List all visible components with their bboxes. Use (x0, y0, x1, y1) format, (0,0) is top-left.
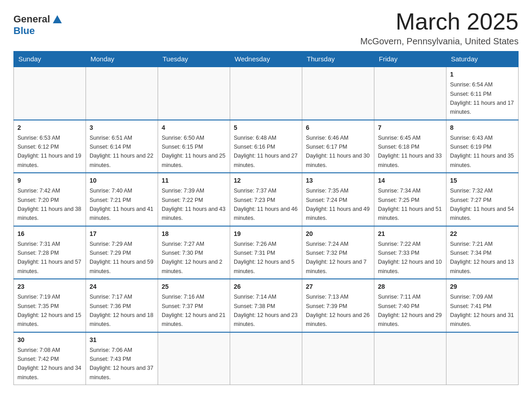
day-number: 14 (378, 176, 442, 185)
calendar-cell: 2Sunrise: 6:53 AM Sunset: 6:12 PM Daylig… (14, 120, 86, 173)
day-number: 8 (450, 123, 515, 133)
calendar-cell (86, 67, 158, 120)
day-info: Sunrise: 6:54 AM Sunset: 6:11 PM Dayligh… (450, 81, 514, 115)
logo-blue-text: Blue (13, 25, 35, 37)
day-info: Sunrise: 7:22 AM Sunset: 7:33 PM Dayligh… (378, 241, 442, 274)
calendar-header-friday: Friday (374, 51, 446, 67)
calendar-cell: 9Sunrise: 7:42 AM Sunset: 7:20 PM Daylig… (14, 173, 86, 226)
calendar-week-row: 23Sunrise: 7:19 AM Sunset: 7:35 PM Dayli… (14, 279, 519, 332)
day-number: 10 (90, 176, 154, 185)
calendar-cell: 24Sunrise: 7:17 AM Sunset: 7:36 PM Dayli… (86, 279, 158, 332)
day-number: 7 (378, 123, 442, 133)
day-info: Sunrise: 6:46 AM Sunset: 6:17 PM Dayligh… (306, 135, 369, 168)
calendar-cell: 20Sunrise: 7:24 AM Sunset: 7:32 PM Dayli… (302, 226, 374, 279)
day-number: 22 (450, 229, 515, 239)
calendar-cell: 11Sunrise: 7:39 AM Sunset: 7:22 PM Dayli… (158, 173, 230, 226)
calendar-cell: 6Sunrise: 6:46 AM Sunset: 6:17 PM Daylig… (302, 120, 374, 173)
day-info: Sunrise: 7:17 AM Sunset: 7:36 PM Dayligh… (90, 294, 153, 327)
calendar-cell (158, 332, 230, 385)
day-number: 11 (162, 176, 226, 185)
day-number: 4 (162, 123, 226, 133)
calendar-cell: 22Sunrise: 7:21 AM Sunset: 7:34 PM Dayli… (446, 226, 519, 279)
page-header: General Blue March 2025 McGovern, Pennsy… (13, 9, 519, 47)
calendar-header-monday: Monday (86, 51, 158, 67)
calendar-cell: 10Sunrise: 7:40 AM Sunset: 7:21 PM Dayli… (86, 173, 158, 226)
day-info: Sunrise: 7:09 AM Sunset: 7:41 PM Dayligh… (450, 294, 514, 327)
day-info: Sunrise: 6:45 AM Sunset: 6:18 PM Dayligh… (378, 135, 442, 168)
day-number: 19 (234, 229, 298, 239)
logo-general-text: General (13, 13, 62, 25)
day-number: 24 (90, 282, 154, 291)
title-block: March 2025 McGovern, Pennsylvania, Unite… (360, 9, 519, 47)
calendar-cell: 18Sunrise: 7:27 AM Sunset: 7:30 PM Dayli… (158, 226, 230, 279)
day-number: 26 (234, 282, 298, 291)
day-number: 27 (306, 282, 370, 291)
day-info: Sunrise: 7:32 AM Sunset: 7:27 PM Dayligh… (450, 188, 514, 221)
day-info: Sunrise: 6:43 AM Sunset: 6:19 PM Dayligh… (450, 135, 514, 168)
calendar-cell (230, 67, 302, 120)
day-info: Sunrise: 6:50 AM Sunset: 6:15 PM Dayligh… (162, 135, 225, 168)
calendar-cell: 28Sunrise: 7:11 AM Sunset: 7:40 PM Dayli… (374, 279, 446, 332)
day-number: 1 (450, 70, 515, 79)
day-info: Sunrise: 7:26 AM Sunset: 7:31 PM Dayligh… (234, 241, 295, 274)
calendar-cell: 5Sunrise: 6:48 AM Sunset: 6:16 PM Daylig… (230, 120, 302, 173)
day-info: Sunrise: 7:16 AM Sunset: 7:37 PM Dayligh… (162, 294, 225, 327)
day-info: Sunrise: 7:35 AM Sunset: 7:24 PM Dayligh… (306, 188, 369, 221)
day-info: Sunrise: 7:31 AM Sunset: 7:28 PM Dayligh… (17, 241, 81, 274)
day-number: 29 (450, 282, 515, 291)
calendar-header-tuesday: Tuesday (158, 51, 230, 67)
calendar-cell: 29Sunrise: 7:09 AM Sunset: 7:41 PM Dayli… (446, 279, 519, 332)
day-info: Sunrise: 7:27 AM Sunset: 7:30 PM Dayligh… (162, 241, 223, 274)
calendar-cell: 8Sunrise: 6:43 AM Sunset: 6:19 PM Daylig… (446, 120, 519, 173)
logo-triangle-icon (53, 15, 62, 23)
calendar-week-row: 30Sunrise: 7:08 AM Sunset: 7:42 PM Dayli… (14, 332, 519, 385)
day-info: Sunrise: 7:40 AM Sunset: 7:21 PM Dayligh… (90, 188, 153, 221)
calendar-header-thursday: Thursday (302, 51, 374, 67)
calendar-cell (158, 67, 230, 120)
day-number: 25 (162, 282, 226, 291)
calendar-cell: 25Sunrise: 7:16 AM Sunset: 7:37 PM Dayli… (158, 279, 230, 332)
day-info: Sunrise: 7:34 AM Sunset: 7:25 PM Dayligh… (378, 188, 442, 221)
day-info: Sunrise: 6:51 AM Sunset: 6:14 PM Dayligh… (90, 135, 153, 168)
calendar-cell (14, 67, 86, 120)
calendar-cell (374, 332, 446, 385)
calendar-cell: 13Sunrise: 7:35 AM Sunset: 7:24 PM Dayli… (302, 173, 374, 226)
calendar-header-row: SundayMondayTuesdayWednesdayThursdayFrid… (14, 51, 519, 67)
day-number: 17 (90, 229, 154, 239)
calendar-header-sunday: Sunday (14, 51, 86, 67)
day-number: 16 (17, 229, 82, 239)
logo: General Blue (13, 9, 62, 37)
day-info: Sunrise: 7:13 AM Sunset: 7:39 PM Dayligh… (306, 294, 369, 327)
calendar-cell (230, 332, 302, 385)
day-number: 9 (17, 176, 82, 185)
calendar-cell: 19Sunrise: 7:26 AM Sunset: 7:31 PM Dayli… (230, 226, 302, 279)
calendar-cell: 31Sunrise: 7:06 AM Sunset: 7:43 PM Dayli… (86, 332, 158, 385)
day-info: Sunrise: 7:06 AM Sunset: 7:43 PM Dayligh… (90, 347, 153, 381)
day-info: Sunrise: 7:39 AM Sunset: 7:22 PM Dayligh… (162, 188, 225, 221)
day-info: Sunrise: 7:24 AM Sunset: 7:32 PM Dayligh… (306, 241, 367, 274)
calendar-week-row: 2Sunrise: 6:53 AM Sunset: 6:12 PM Daylig… (14, 120, 519, 173)
day-number: 18 (162, 229, 226, 239)
calendar-cell: 14Sunrise: 7:34 AM Sunset: 7:25 PM Dayli… (374, 173, 446, 226)
calendar-cell (374, 67, 446, 120)
day-number: 15 (450, 176, 515, 185)
day-info: Sunrise: 7:21 AM Sunset: 7:34 PM Dayligh… (450, 241, 514, 274)
calendar-cell: 12Sunrise: 7:37 AM Sunset: 7:23 PM Dayli… (230, 173, 302, 226)
location-text: McGovern, Pennsylvania, United States (360, 36, 519, 47)
calendar-cell: 17Sunrise: 7:29 AM Sunset: 7:29 PM Dayli… (86, 226, 158, 279)
calendar-table: SundayMondayTuesdayWednesdayThursdayFrid… (13, 51, 519, 385)
calendar-cell (302, 332, 374, 385)
day-info: Sunrise: 7:08 AM Sunset: 7:42 PM Dayligh… (17, 347, 81, 381)
day-number: 13 (306, 176, 370, 185)
day-info: Sunrise: 7:19 AM Sunset: 7:35 PM Dayligh… (17, 294, 81, 327)
day-number: 30 (17, 335, 82, 345)
day-info: Sunrise: 7:37 AM Sunset: 7:23 PM Dayligh… (234, 188, 297, 221)
day-number: 20 (306, 229, 370, 239)
day-number: 31 (90, 335, 154, 345)
day-number: 6 (306, 123, 370, 133)
day-info: Sunrise: 7:11 AM Sunset: 7:40 PM Dayligh… (378, 294, 442, 327)
calendar-cell: 21Sunrise: 7:22 AM Sunset: 7:33 PM Dayli… (374, 226, 446, 279)
day-info: Sunrise: 6:48 AM Sunset: 6:16 PM Dayligh… (234, 135, 297, 168)
calendar-week-row: 1Sunrise: 6:54 AM Sunset: 6:11 PM Daylig… (14, 67, 519, 120)
calendar-cell: 27Sunrise: 7:13 AM Sunset: 7:39 PM Dayli… (302, 279, 374, 332)
